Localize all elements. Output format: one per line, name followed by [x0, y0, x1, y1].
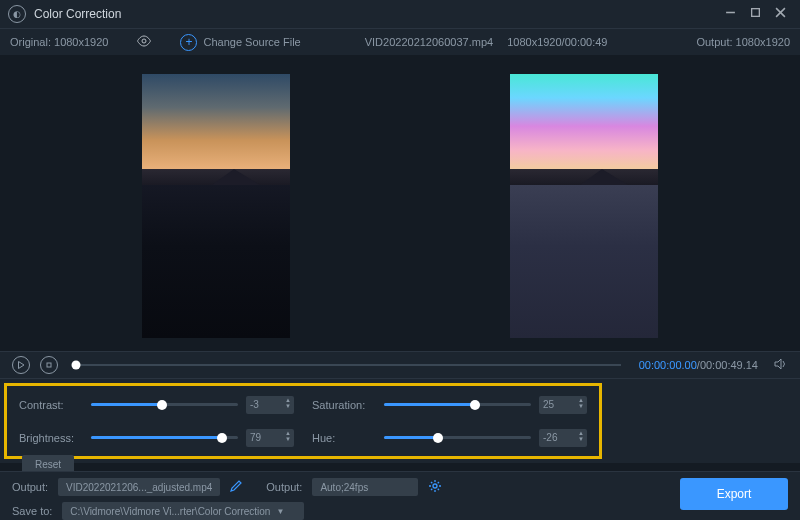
brightness-value: 79 — [250, 432, 261, 443]
contrast-slider-handle[interactable] — [157, 400, 167, 410]
time-duration: 00:00:49.14 — [700, 359, 758, 371]
source-file-info: VID20220212060037.mp4 1080x1920/00:00:49 — [365, 36, 608, 48]
hue-slider[interactable] — [384, 436, 531, 439]
svg-rect-6 — [47, 363, 51, 367]
save-path-select[interactable]: C:\Vidmore\Vidmore Vi...rter\Color Corre… — [62, 502, 304, 520]
brightness-label: Brightness: — [19, 432, 83, 444]
output-format-select[interactable]: Auto;24fps — [312, 478, 418, 496]
hue-value: -26 — [543, 432, 557, 443]
stepper-arrows-icon[interactable]: ▲▼ — [285, 397, 291, 409]
chevron-down-icon: ▼ — [276, 507, 284, 516]
window-controls — [725, 7, 792, 21]
brightness-slider-handle[interactable] — [217, 433, 227, 443]
saturation-slider[interactable] — [384, 403, 531, 406]
brightness-slider[interactable] — [91, 436, 238, 439]
svg-point-8 — [433, 484, 437, 488]
contrast-value: -3 — [250, 399, 259, 410]
contrast-label: Contrast: — [19, 399, 83, 411]
save-to-label: Save to: — [12, 505, 52, 517]
time-current: 00:00:00.00 — [639, 359, 697, 371]
adjust-panel: Contrast: -3 ▲▼ Saturation: 25 ▲▼ — [0, 378, 800, 463]
output-filename: VID2022021206..._adjusted.mp4 — [66, 482, 212, 493]
plus-icon: + — [180, 34, 197, 51]
source-bar: Original: 1080x1920 + Change Source File… — [0, 28, 800, 55]
volume-icon[interactable] — [774, 358, 788, 373]
titlebar: ◐ Color Correction — [0, 0, 800, 28]
source-dims-dur: 1080x1920/00:00:49 — [507, 36, 607, 48]
transport-bar: 00:00:00.00/00:00:49.14 — [0, 351, 800, 378]
stepper-arrows-icon[interactable]: ▲▼ — [578, 430, 584, 442]
svg-marker-5 — [19, 362, 25, 369]
window-title: Color Correction — [34, 7, 121, 21]
preview-original — [142, 74, 290, 338]
time-display: 00:00:00.00/00:00:49.14 — [639, 359, 758, 371]
adjust-highlight-box: Contrast: -3 ▲▼ Saturation: 25 ▲▼ — [4, 383, 602, 459]
stop-button[interactable] — [40, 356, 58, 374]
brightness-control: Brightness: 79 ▲▼ — [19, 425, 294, 450]
svg-marker-7 — [775, 359, 781, 369]
saturation-label: Saturation: — [312, 399, 376, 411]
minimize-button[interactable] — [725, 7, 736, 21]
output-file-label: Output: — [12, 481, 48, 493]
svg-rect-1 — [752, 9, 760, 17]
change-source-button[interactable]: + Change Source File — [180, 34, 300, 51]
saturation-control: Saturation: 25 ▲▼ — [312, 392, 587, 417]
saturation-value: 25 — [543, 399, 554, 410]
saturation-slider-handle[interactable] — [470, 400, 480, 410]
contrast-slider[interactable] — [91, 403, 238, 406]
export-button[interactable]: Export — [680, 478, 788, 510]
hue-value-input[interactable]: -26 ▲▼ — [539, 429, 587, 447]
hue-control: Hue: -26 ▲▼ — [312, 425, 587, 450]
play-button[interactable] — [12, 356, 30, 374]
close-button[interactable] — [775, 7, 786, 21]
svg-point-4 — [142, 39, 146, 43]
output-format-value: Auto;24fps — [320, 482, 368, 493]
original-label: Original: 1080x1920 — [10, 36, 108, 48]
maximize-button[interactable] — [750, 7, 761, 21]
scrubber-handle[interactable] — [72, 361, 81, 370]
brightness-value-input[interactable]: 79 ▲▼ — [246, 429, 294, 447]
toggle-original-eye-icon[interactable] — [136, 35, 152, 49]
save-path: C:\Vidmore\Vidmore Vi...rter\Color Corre… — [70, 506, 270, 517]
edit-filename-pencil-icon[interactable] — [230, 480, 242, 494]
app-logo-icon: ◐ — [8, 5, 26, 23]
output-label: Output: 1080x1920 — [696, 36, 790, 48]
stepper-arrows-icon[interactable]: ▲▼ — [285, 430, 291, 442]
saturation-value-input[interactable]: 25 ▲▼ — [539, 396, 587, 414]
stepper-arrows-icon[interactable]: ▲▼ — [578, 397, 584, 409]
source-filename: VID20220212060037.mp4 — [365, 36, 493, 48]
preview-output — [510, 74, 658, 338]
output-format-label: Output: — [266, 481, 302, 493]
hue-slider-handle[interactable] — [433, 433, 443, 443]
timeline-scrubber[interactable] — [76, 364, 621, 366]
output-settings-gear-icon[interactable] — [428, 479, 442, 495]
output-filename-field[interactable]: VID2022021206..._adjusted.mp4 — [58, 478, 220, 496]
change-source-label: Change Source File — [203, 36, 300, 48]
contrast-value-input[interactable]: -3 ▲▼ — [246, 396, 294, 414]
contrast-control: Contrast: -3 ▲▼ — [19, 392, 294, 417]
footer: Output: VID2022021206..._adjusted.mp4 Ou… — [0, 471, 800, 520]
hue-label: Hue: — [312, 432, 376, 444]
preview-area — [0, 55, 800, 351]
